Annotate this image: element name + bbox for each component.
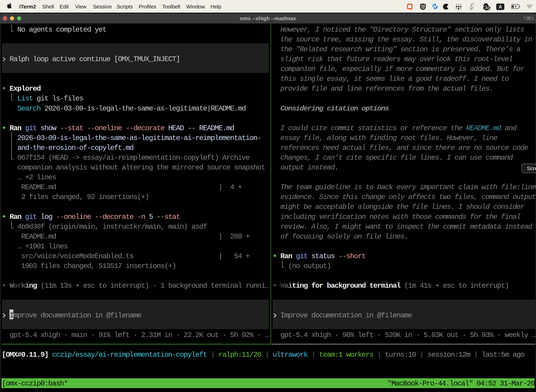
svg-text:A: A (498, 4, 502, 9)
svg-text:..61: ..61 (484, 6, 490, 10)
svg-text:1: 1 (531, 16, 534, 20)
